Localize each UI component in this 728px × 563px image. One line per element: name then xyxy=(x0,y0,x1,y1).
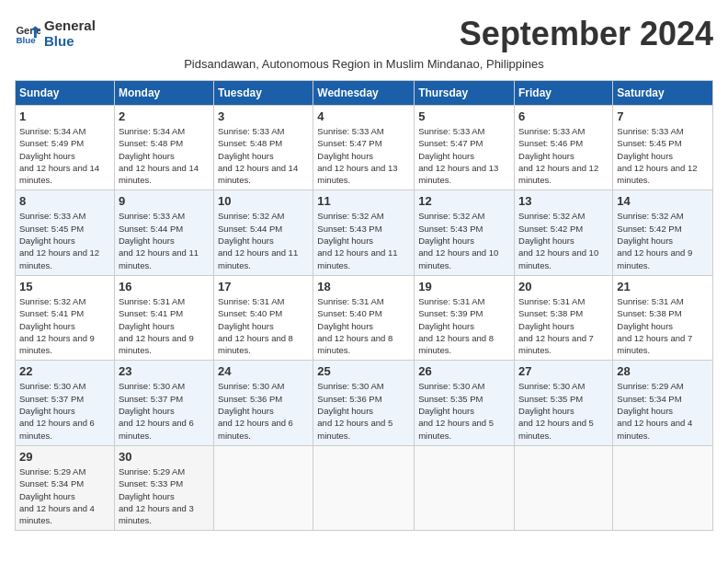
day-number: 1 xyxy=(19,109,110,123)
col-saturday: Saturday xyxy=(613,81,713,106)
calendar-table: Sunday Monday Tuesday Wednesday Thursday… xyxy=(15,80,713,531)
day-number: 27 xyxy=(518,364,609,378)
day-number: 19 xyxy=(418,280,510,293)
day-number: 29 xyxy=(19,450,110,464)
calendar-cell: 14 Sunrise: 5:32 AM Sunset: 5:42 PM Dayl… xyxy=(613,190,713,275)
day-info: Sunrise: 5:30 AM Sunset: 5:35 PM Dayligh… xyxy=(418,380,510,441)
calendar-week-row: 22 Sunrise: 5:30 AM Sunset: 5:37 PM Dayl… xyxy=(16,361,713,445)
calendar-cell xyxy=(313,445,415,530)
day-info: Sunrise: 5:32 AM Sunset: 5:41 PM Dayligh… xyxy=(19,295,110,356)
day-number: 24 xyxy=(218,364,309,378)
day-info: Sunrise: 5:30 AM Sunset: 5:35 PM Dayligh… xyxy=(518,380,609,441)
calendar-cell: 16 Sunrise: 5:31 AM Sunset: 5:41 PM Dayl… xyxy=(114,275,213,360)
calendar-week-row: 8 Sunrise: 5:33 AM Sunset: 5:45 PM Dayli… xyxy=(16,190,713,275)
logo-blue: Blue xyxy=(44,34,96,50)
col-tuesday: Tuesday xyxy=(214,81,313,106)
day-info: Sunrise: 5:30 AM Sunset: 5:37 PM Dayligh… xyxy=(119,380,210,441)
calendar-cell: 9 Sunrise: 5:33 AM Sunset: 5:44 PM Dayli… xyxy=(114,190,213,275)
day-info: Sunrise: 5:32 AM Sunset: 5:42 PM Dayligh… xyxy=(617,210,709,270)
calendar-header-row: Sunday Monday Tuesday Wednesday Thursday… xyxy=(16,81,713,106)
calendar-week-row: 15 Sunrise: 5:32 AM Sunset: 5:41 PM Dayl… xyxy=(16,275,713,360)
calendar-cell: 21 Sunrise: 5:31 AM Sunset: 5:38 PM Dayl… xyxy=(613,275,713,360)
logo-icon: General Blue xyxy=(15,21,40,47)
day-info: Sunrise: 5:33 AM Sunset: 5:48 PM Dayligh… xyxy=(218,125,309,186)
day-info: Sunrise: 5:31 AM Sunset: 5:40 PM Dayligh… xyxy=(218,295,309,356)
day-number: 14 xyxy=(617,194,709,208)
day-number: 30 xyxy=(119,450,210,464)
day-number: 13 xyxy=(518,194,609,208)
calendar-cell: 13 Sunrise: 5:32 AM Sunset: 5:42 PM Dayl… xyxy=(515,190,613,275)
day-info: Sunrise: 5:30 AM Sunset: 5:36 PM Dayligh… xyxy=(218,380,309,441)
day-info: Sunrise: 5:33 AM Sunset: 5:47 PM Dayligh… xyxy=(418,125,510,186)
calendar-cell: 27 Sunrise: 5:30 AM Sunset: 5:35 PM Dayl… xyxy=(515,361,613,445)
day-info: Sunrise: 5:32 AM Sunset: 5:44 PM Dayligh… xyxy=(218,210,309,270)
day-number: 25 xyxy=(317,364,410,378)
calendar-cell: 8 Sunrise: 5:33 AM Sunset: 5:45 PM Dayli… xyxy=(16,190,115,275)
svg-text:Blue: Blue xyxy=(16,34,36,44)
calendar-cell: 25 Sunrise: 5:30 AM Sunset: 5:36 PM Dayl… xyxy=(313,361,415,445)
day-number: 28 xyxy=(617,364,709,378)
calendar-cell: 10 Sunrise: 5:32 AM Sunset: 5:44 PM Dayl… xyxy=(214,190,313,275)
subtitle: Pidsandawan, Autonomous Region in Muslim… xyxy=(15,57,713,71)
calendar-cell xyxy=(415,445,515,530)
calendar-cell: 15 Sunrise: 5:32 AM Sunset: 5:41 PM Dayl… xyxy=(16,275,115,360)
calendar-cell: 6 Sunrise: 5:33 AM Sunset: 5:46 PM Dayli… xyxy=(515,106,613,190)
day-number: 22 xyxy=(19,364,110,378)
calendar-cell: 12 Sunrise: 5:32 AM Sunset: 5:43 PM Dayl… xyxy=(415,190,515,275)
day-number: 17 xyxy=(218,280,309,293)
day-info: Sunrise: 5:33 AM Sunset: 5:45 PM Dayligh… xyxy=(617,125,709,186)
calendar-cell: 30 Sunrise: 5:29 AM Sunset: 5:33 PM Dayl… xyxy=(114,445,213,530)
day-number: 20 xyxy=(518,280,609,293)
calendar-cell: 26 Sunrise: 5:30 AM Sunset: 5:35 PM Dayl… xyxy=(415,361,515,445)
day-number: 4 xyxy=(317,109,410,123)
day-info: Sunrise: 5:30 AM Sunset: 5:37 PM Dayligh… xyxy=(19,380,110,441)
day-info: Sunrise: 5:31 AM Sunset: 5:40 PM Dayligh… xyxy=(317,295,410,356)
calendar-week-row: 1 Sunrise: 5:34 AM Sunset: 5:49 PM Dayli… xyxy=(16,106,713,190)
day-number: 18 xyxy=(317,280,410,293)
day-info: Sunrise: 5:31 AM Sunset: 5:38 PM Dayligh… xyxy=(518,295,609,356)
calendar-cell: 20 Sunrise: 5:31 AM Sunset: 5:38 PM Dayl… xyxy=(515,275,613,360)
col-wednesday: Wednesday xyxy=(313,81,415,106)
day-info: Sunrise: 5:31 AM Sunset: 5:38 PM Dayligh… xyxy=(617,295,709,356)
logo-general: General xyxy=(44,18,96,34)
calendar-cell xyxy=(613,445,713,530)
day-info: Sunrise: 5:29 AM Sunset: 5:34 PM Dayligh… xyxy=(19,465,110,526)
day-number: 23 xyxy=(119,364,210,378)
col-sunday: Sunday xyxy=(16,81,115,106)
calendar-cell: 1 Sunrise: 5:34 AM Sunset: 5:49 PM Dayli… xyxy=(16,106,115,190)
calendar-cell: 5 Sunrise: 5:33 AM Sunset: 5:47 PM Dayli… xyxy=(415,106,515,190)
day-info: Sunrise: 5:34 AM Sunset: 5:48 PM Dayligh… xyxy=(119,125,210,186)
day-number: 5 xyxy=(418,109,510,123)
day-info: Sunrise: 5:33 AM Sunset: 5:45 PM Dayligh… xyxy=(19,210,110,270)
calendar-cell: 2 Sunrise: 5:34 AM Sunset: 5:48 PM Dayli… xyxy=(114,106,213,190)
day-info: Sunrise: 5:33 AM Sunset: 5:46 PM Dayligh… xyxy=(518,125,609,186)
calendar-cell: 3 Sunrise: 5:33 AM Sunset: 5:48 PM Dayli… xyxy=(214,106,313,190)
col-thursday: Thursday xyxy=(415,81,515,106)
calendar-cell: 23 Sunrise: 5:30 AM Sunset: 5:37 PM Dayl… xyxy=(114,361,213,445)
day-info: Sunrise: 5:32 AM Sunset: 5:43 PM Dayligh… xyxy=(317,210,410,270)
calendar-cell: 28 Sunrise: 5:29 AM Sunset: 5:34 PM Dayl… xyxy=(613,361,713,445)
day-number: 26 xyxy=(418,364,510,378)
calendar-cell xyxy=(214,445,313,530)
day-number: 6 xyxy=(518,109,609,123)
calendar-cell: 17 Sunrise: 5:31 AM Sunset: 5:40 PM Dayl… xyxy=(214,275,313,360)
day-number: 12 xyxy=(418,194,510,208)
month-title: September 2024 xyxy=(460,15,713,53)
day-info: Sunrise: 5:32 AM Sunset: 5:43 PM Dayligh… xyxy=(418,210,510,270)
calendar-cell: 22 Sunrise: 5:30 AM Sunset: 5:37 PM Dayl… xyxy=(16,361,115,445)
col-monday: Monday xyxy=(114,81,213,106)
day-info: Sunrise: 5:31 AM Sunset: 5:39 PM Dayligh… xyxy=(418,295,510,356)
day-number: 2 xyxy=(119,109,210,123)
col-friday: Friday xyxy=(515,81,613,106)
day-info: Sunrise: 5:33 AM Sunset: 5:47 PM Dayligh… xyxy=(317,125,410,186)
calendar-cell: 24 Sunrise: 5:30 AM Sunset: 5:36 PM Dayl… xyxy=(214,361,313,445)
calendar-cell: 4 Sunrise: 5:33 AM Sunset: 5:47 PM Dayli… xyxy=(313,106,415,190)
day-number: 15 xyxy=(19,280,110,293)
day-info: Sunrise: 5:32 AM Sunset: 5:42 PM Dayligh… xyxy=(518,210,609,270)
calendar-cell: 7 Sunrise: 5:33 AM Sunset: 5:45 PM Dayli… xyxy=(613,106,713,190)
day-number: 9 xyxy=(119,194,210,208)
day-info: Sunrise: 5:31 AM Sunset: 5:41 PM Dayligh… xyxy=(119,295,210,356)
calendar-week-row: 29 Sunrise: 5:29 AM Sunset: 5:34 PM Dayl… xyxy=(16,445,713,530)
calendar-cell: 29 Sunrise: 5:29 AM Sunset: 5:34 PM Dayl… xyxy=(16,445,115,530)
calendar-cell: 19 Sunrise: 5:31 AM Sunset: 5:39 PM Dayl… xyxy=(415,275,515,360)
